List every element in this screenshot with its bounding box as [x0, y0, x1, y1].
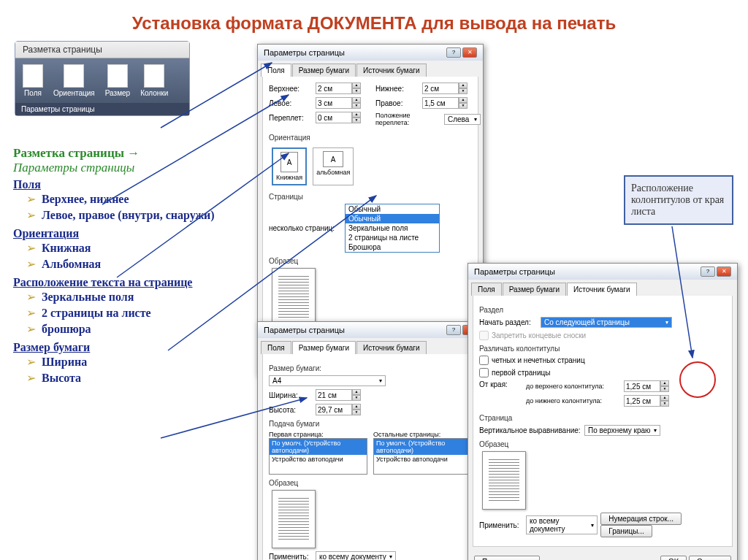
label-right: Правое: [375, 99, 419, 107]
orientation-icon [64, 64, 84, 88]
label-gutter: Переплет: [269, 114, 313, 122]
dropdown-papersize[interactable]: A4 [269, 375, 386, 386]
help-icon[interactable]: ? [446, 325, 461, 335]
spin-down-icon[interactable]: ▼ [352, 395, 361, 401]
list-item: Верхнее, нижнее [26, 191, 232, 207]
input-footer[interactable] [624, 395, 660, 407]
list-item: Ширина [26, 354, 232, 370]
borders-button[interactable]: Границы... [600, 525, 652, 537]
checkbox-oddeven[interactable] [479, 356, 489, 365]
dialog-title: Параметры страницы [474, 267, 555, 276]
page-title: Установка формата ДОКУМЕНТА для вывода н… [0, 0, 748, 39]
ribbon-footer[interactable]: Параметры страницы [15, 103, 189, 115]
preview-icon [482, 451, 526, 510]
ribbon-btn-orientation[interactable]: Ориентация [49, 63, 99, 99]
dropdown-apply[interactable]: ко всему документу [316, 551, 396, 560]
close-icon[interactable]: ✕ [462, 47, 477, 58]
callout-box: Расположение колонтитулов от края листа [624, 175, 733, 225]
orient-portrait[interactable]: Книжная [272, 147, 307, 185]
ok-button[interactable]: OK [660, 556, 687, 560]
spin-up-icon[interactable]: ▲ [352, 83, 361, 88]
input-bottom[interactable] [422, 83, 459, 94]
spin-down-icon[interactable]: ▼ [352, 410, 361, 415]
input-left[interactable] [316, 97, 352, 109]
tab-source[interactable]: Источник бумаги [567, 283, 637, 296]
label-valign: Вертикальное выравнивание: [479, 426, 581, 434]
spin-up-icon[interactable]: ▲ [660, 380, 669, 386]
section-orientation: Ориентация [13, 227, 232, 240]
default-button[interactable]: По умолчанию [474, 556, 540, 560]
dropdown-apply[interactable]: ко всему документу [526, 515, 598, 534]
spin-down-icon[interactable]: ▼ [660, 386, 669, 392]
input-gutter[interactable] [316, 112, 352, 123]
label-apply: Применить: [269, 553, 313, 560]
group-orientation: Ориентация [269, 134, 472, 142]
tab-fields[interactable]: Поля [471, 283, 502, 296]
ribbon-btn-size[interactable]: Размер [101, 63, 134, 99]
dialog-papersize: Параметры страницы ?✕ Поля Размер бумаги… [257, 321, 484, 560]
ribbon-btn-fields[interactable]: Поля [18, 63, 47, 99]
label-ftr: до нижнего колонтитула: [526, 397, 621, 404]
dialog-title: Параметры страницы [264, 326, 345, 334]
path-line1: Разметка страницы → [13, 146, 232, 161]
input-top[interactable] [316, 83, 352, 94]
label-apply: Применить: [479, 521, 523, 529]
dropdown-gutpos[interactable]: Слева [444, 114, 481, 125]
input-height[interactable] [316, 404, 352, 415]
group-headers: Различать колонтитулы [479, 345, 726, 353]
spin-down-icon[interactable]: ▼ [352, 118, 361, 123]
label-hdr: до верхнего колонтитула: [526, 383, 621, 390]
listbox-other[interactable]: По умолч. (Устройство автоподачи)Устройс… [373, 438, 472, 475]
tab-fields[interactable]: Поля [261, 64, 291, 77]
list-item: 2 страницы на листе [26, 305, 232, 321]
dropdown-multi-open[interactable]: Обычный Обычный Зеркальные поля 2 страни… [345, 204, 440, 253]
spin-up-icon[interactable]: ▲ [352, 389, 361, 395]
ribbon-btn-columns[interactable]: Колонки [136, 63, 172, 99]
dropdown-start[interactable]: Со следующей страницы [541, 317, 672, 328]
tab-size[interactable]: Размер бумаги [292, 64, 356, 77]
label-left: Левое: [269, 99, 313, 107]
spin-down-icon[interactable]: ▼ [352, 88, 361, 94]
label-gutpos: Положение переплета: [375, 112, 441, 126]
tab-source[interactable]: Источник бумаги [356, 341, 427, 354]
close-icon[interactable]: ✕ [717, 266, 731, 277]
checkbox-firstpage[interactable] [479, 368, 489, 377]
preview-icon [272, 268, 316, 326]
input-header[interactable] [624, 380, 660, 392]
label-start: Начать раздел: [479, 318, 538, 326]
spin-up-icon[interactable]: ▲ [352, 112, 361, 118]
help-icon[interactable]: ? [701, 266, 715, 277]
spin-up-icon[interactable]: ▲ [352, 404, 361, 410]
help-icon[interactable]: ? [446, 47, 461, 58]
tab-size[interactable]: Размер бумаги [503, 283, 566, 296]
spin-down-icon[interactable]: ▼ [459, 88, 468, 94]
tab-source[interactable]: Источник бумаги [356, 64, 427, 77]
ribbon-tab[interactable]: Разметка страницы [15, 42, 189, 58]
spin-down-icon[interactable]: ▼ [352, 103, 361, 109]
lines-button[interactable]: Нумерация строк... [600, 513, 682, 525]
list-item: Книжная [26, 240, 232, 256]
left-content: Разметка страницы → Параметры страницы П… [13, 146, 232, 387]
spin-up-icon[interactable]: ▲ [459, 97, 468, 103]
cancel-button[interactable]: Отмена [689, 556, 731, 560]
tab-fields[interactable]: Поля [261, 341, 291, 354]
label-oddeven: четных и нечетных страниц [492, 356, 585, 364]
group-pages: Страницы [269, 193, 472, 201]
spin-up-icon[interactable]: ▲ [459, 83, 468, 88]
spin-down-icon[interactable]: ▼ [459, 103, 468, 109]
orient-landscape[interactable]: альбомная [313, 147, 354, 185]
columns-icon [144, 64, 164, 88]
label-width: Ширина: [269, 391, 313, 399]
preview-icon [272, 490, 316, 548]
spin-up-icon[interactable]: ▲ [660, 395, 669, 401]
dropdown-valign[interactable]: По верхнему краю [584, 425, 660, 436]
tab-size[interactable]: Размер бумаги [292, 341, 356, 354]
spin-up-icon[interactable]: ▲ [352, 97, 361, 103]
list-item: Альбомная [26, 256, 232, 272]
size-icon [107, 64, 128, 88]
ribbon: Разметка страницы Поля Ориентация Размер… [15, 41, 190, 116]
listbox-first[interactable]: По умолч. (Устройство автоподачи)Устройс… [269, 438, 367, 475]
input-right[interactable] [422, 97, 459, 109]
input-width[interactable] [316, 389, 352, 401]
spin-down-icon[interactable]: ▼ [660, 401, 669, 407]
